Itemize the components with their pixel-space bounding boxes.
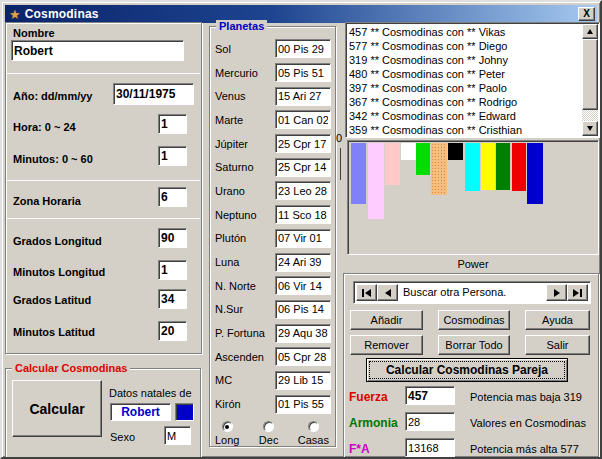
- mode-option-dec[interactable]: Dec: [259, 421, 279, 446]
- window-title: Cosmodinas: [25, 7, 99, 21]
- zona-horaria-input[interactable]: [158, 187, 187, 207]
- grados-longitud-input[interactable]: [158, 228, 187, 248]
- remover-button[interactable]: Remover: [350, 335, 423, 355]
- action-buttons: AñadirCosmodinasAyudaRemoverBorrar TodoS…: [350, 310, 590, 355]
- mode-option-long[interactable]: Long: [215, 421, 239, 446]
- planet-row: Marte: [215, 108, 331, 132]
- record-navigator: Buscar otra Persona.: [353, 281, 591, 304]
- scrollbar-thumb[interactable]: [582, 39, 598, 110]
- chart-zero-label: 0: [336, 132, 342, 144]
- planet-row: Neptuno: [215, 203, 331, 227]
- planet-label: Marte: [215, 114, 243, 126]
- actions-panel: Buscar otra Persona. AñadirCosmodinasAyu…: [343, 273, 599, 458]
- cosmodinas-button[interactable]: Cosmodinas: [438, 310, 510, 330]
- armonia-note: Valores en Cosmodinas: [470, 417, 586, 429]
- grados-latitud-input[interactable]: [158, 289, 187, 309]
- radio-icon[interactable]: [308, 421, 319, 432]
- planet-row: Júpiter: [215, 132, 331, 156]
- next-record-icon[interactable]: [546, 284, 567, 301]
- power-bar: [481, 143, 495, 190]
- list-scrollbar[interactable]: [582, 24, 598, 136]
- list-item[interactable]: 480 ** Cosmodinas con ** Peter: [349, 67, 581, 81]
- grados-longitud-label: Grados Longitud: [13, 235, 102, 247]
- fuerza-input[interactable]: [405, 386, 455, 405]
- title-bar[interactable]: ★ Cosmodinas X: [5, 5, 597, 23]
- minutos-latitud-label: Minutos Latitud: [13, 326, 95, 338]
- planet-value-input[interactable]: [275, 300, 331, 319]
- chart-axis-tick: [340, 148, 341, 180]
- nombre-input[interactable]: [11, 40, 184, 61]
- scroll-up-icon[interactable]: [582, 24, 598, 39]
- planet-label: Júpiter: [215, 138, 248, 150]
- power-bar: [496, 143, 510, 190]
- planet-value-input[interactable]: [275, 229, 331, 248]
- planet-value-input[interactable]: [275, 276, 331, 295]
- planet-label: Kirón: [215, 398, 241, 410]
- calcular-pareja-button[interactable]: Calcular Cosmodinas Pareja: [366, 358, 568, 382]
- divider: [7, 218, 200, 219]
- close-icon[interactable]: X: [578, 7, 595, 21]
- planet-value-input[interactable]: [275, 39, 331, 58]
- planet-value-input[interactable]: [275, 395, 331, 414]
- fuerza-note: Potencia mas baja 319: [470, 391, 582, 403]
- hora-input[interactable]: [158, 114, 187, 134]
- planet-value-input[interactable]: [275, 63, 331, 82]
- planet-value-input[interactable]: [275, 347, 331, 366]
- list-item[interactable]: 342 ** Cosmodinas con ** Edward: [349, 109, 581, 123]
- minutos-label: Minutos: 0 ~ 60: [13, 153, 93, 165]
- sexo-input[interactable]: [164, 426, 191, 445]
- list-item[interactable]: 319 ** Cosmodinas con ** Johny: [349, 53, 581, 67]
- first-record-icon[interactable]: [356, 284, 377, 301]
- mode-radios: LongDecCasas: [215, 421, 329, 446]
- list-item[interactable]: 397 ** Cosmodinas con ** Paolo: [349, 81, 581, 95]
- planet-rows: SolMercurioVenusMarteJúpiterSaturnoUrano…: [215, 37, 331, 416]
- fecha-input[interactable]: [113, 83, 194, 105]
- calcular-button[interactable]: Calcular: [12, 380, 102, 437]
- fa-input[interactable]: [405, 438, 455, 457]
- radio-icon[interactable]: [263, 421, 274, 432]
- power-chart-caption: Power: [347, 258, 599, 270]
- planet-row: Saturno: [215, 155, 331, 179]
- planet-value-input[interactable]: [275, 134, 331, 153]
- radio-icon[interactable]: [222, 421, 233, 432]
- previous-record-icon[interactable]: [377, 284, 398, 301]
- power-bar: [448, 143, 463, 160]
- power-bar: [527, 143, 543, 204]
- planet-value-input[interactable]: [275, 371, 331, 390]
- minutos-latitud-input[interactable]: [158, 321, 187, 341]
- fa-note: Potencia más alta 577: [470, 443, 579, 455]
- minutos-longitud-input[interactable]: [158, 260, 187, 280]
- mode-option-casas[interactable]: Casas: [298, 421, 329, 446]
- armonia-input[interactable]: [405, 412, 455, 431]
- list-item[interactable]: 457 ** Cosmodinas con ** Vikas: [349, 25, 581, 39]
- planet-value-input[interactable]: [275, 181, 331, 200]
- ayuda-button[interactable]: Ayuda: [525, 310, 590, 330]
- añadir-button[interactable]: Añadir: [350, 310, 423, 330]
- list-item[interactable]: 367 ** Cosmodinas con ** Rodrigo: [349, 95, 581, 109]
- planet-row: MC: [215, 369, 331, 393]
- planet-label: Urano: [215, 185, 245, 197]
- power-bar: [401, 143, 416, 160]
- person-listbox[interactable]: 457 ** Cosmodinas con ** Vikas577 ** Cos…: [345, 22, 600, 138]
- planet-value-input[interactable]: [275, 324, 331, 343]
- app-star-icon: ★: [9, 8, 21, 21]
- power-bar: [416, 143, 430, 175]
- minutos-input[interactable]: [158, 146, 187, 166]
- planet-row: Ascenden: [215, 345, 331, 369]
- power-bar: [368, 143, 384, 219]
- planet-value-input[interactable]: [275, 87, 331, 106]
- planet-value-input[interactable]: [275, 110, 331, 129]
- planet-value-input[interactable]: [275, 158, 331, 177]
- planet-value-input[interactable]: [275, 205, 331, 224]
- planet-label: Saturno: [215, 161, 254, 173]
- planet-value-input[interactable]: [275, 253, 331, 272]
- salir-button[interactable]: Salir: [525, 335, 590, 355]
- last-record-icon[interactable]: [567, 284, 588, 301]
- mode-label: Dec: [259, 434, 279, 446]
- datos-natales-label: Datos natales de: [109, 387, 192, 399]
- scroll-down-icon[interactable]: [582, 121, 598, 136]
- borrar-todo-button[interactable]: Borrar Todo: [438, 335, 510, 355]
- list-item[interactable]: 577 ** Cosmodinas con ** Diego: [349, 39, 581, 53]
- list-item[interactable]: 359 ** Cosmodinas con ** Cristhian: [349, 123, 581, 135]
- minutos-longitud-label: Minutos Longitud: [13, 266, 105, 278]
